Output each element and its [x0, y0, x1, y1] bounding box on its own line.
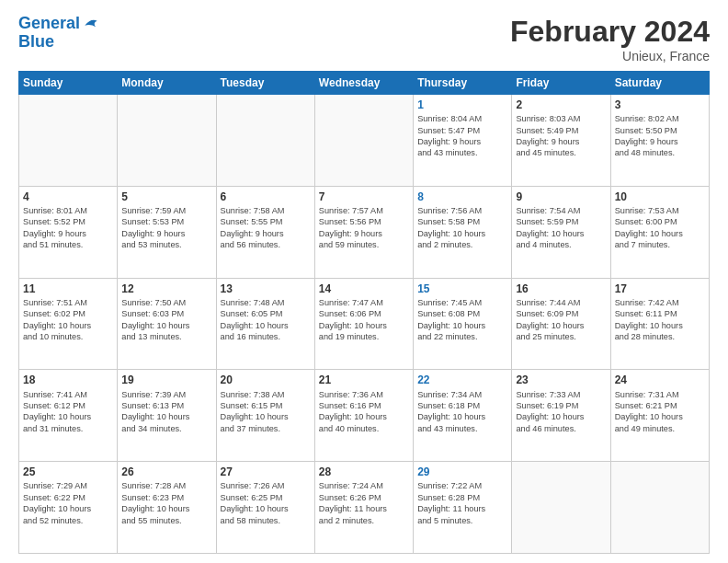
day-info: Sunrise: 7:24 AMSunset: 6:26 PMDaylight:… — [319, 480, 409, 526]
week-row-1: 4Sunrise: 8:01 AMSunset: 5:52 PMDaylight… — [19, 186, 710, 278]
day-number: 14 — [319, 282, 409, 296]
day-cell: 2Sunrise: 8:03 AMSunset: 5:49 PMDaylight… — [512, 95, 610, 187]
day-number: 23 — [516, 373, 606, 387]
day-cell: 22Sunrise: 7:34 AMSunset: 6:18 PMDayligh… — [414, 370, 512, 462]
day-cell: 11Sunrise: 7:51 AMSunset: 6:02 PMDayligh… — [19, 278, 118, 370]
day-cell: 6Sunrise: 7:58 AMSunset: 5:55 PMDaylight… — [216, 186, 314, 278]
day-cell: 19Sunrise: 7:39 AMSunset: 6:13 PMDayligh… — [118, 370, 216, 462]
day-number: 25 — [23, 465, 113, 479]
day-cell: 4Sunrise: 8:01 AMSunset: 5:52 PMDaylight… — [19, 186, 118, 278]
day-cell: 18Sunrise: 7:41 AMSunset: 6:12 PMDayligh… — [19, 370, 118, 462]
day-number: 29 — [417, 465, 507, 479]
weekday-header-row: SundayMondayTuesdayWednesdayThursdayFrid… — [19, 72, 710, 95]
day-cell: 27Sunrise: 7:26 AMSunset: 6:25 PMDayligh… — [216, 462, 314, 554]
weekday-header-saturday: Saturday — [610, 72, 709, 95]
day-info: Sunrise: 7:36 AMSunset: 6:16 PMDaylight:… — [319, 389, 409, 435]
day-cell: 14Sunrise: 7:47 AMSunset: 6:06 PMDayligh… — [314, 278, 413, 370]
day-cell: 26Sunrise: 7:28 AMSunset: 6:23 PMDayligh… — [118, 462, 216, 554]
day-info: Sunrise: 7:42 AMSunset: 6:11 PMDaylight:… — [615, 297, 705, 343]
calendar-page: General Blue February 2024 Unieux, Franc… — [0, 0, 728, 563]
day-cell: 24Sunrise: 7:31 AMSunset: 6:21 PMDayligh… — [610, 370, 709, 462]
day-number: 18 — [23, 373, 113, 387]
day-number: 24 — [615, 373, 705, 387]
logo-blue: Blue — [18, 33, 100, 52]
day-cell: 10Sunrise: 7:53 AMSunset: 6:00 PMDayligh… — [610, 186, 709, 278]
day-number: 12 — [121, 282, 211, 296]
day-cell: 16Sunrise: 7:44 AMSunset: 6:09 PMDayligh… — [512, 278, 610, 370]
day-info: Sunrise: 7:54 AMSunset: 5:59 PMDaylight:… — [516, 205, 606, 251]
day-number: 13 — [221, 282, 311, 296]
logo-icon — [82, 15, 100, 33]
title-block: February 2024 Unieux, France — [510, 15, 710, 63]
week-row-0: 1Sunrise: 8:04 AMSunset: 5:47 PMDaylight… — [19, 95, 710, 187]
weekday-header-sunday: Sunday — [19, 72, 118, 95]
day-info: Sunrise: 7:29 AMSunset: 6:22 PMDaylight:… — [23, 480, 113, 526]
location: Unieux, France — [510, 49, 710, 63]
day-number: 5 — [121, 190, 211, 204]
day-info: Sunrise: 7:38 AMSunset: 6:15 PMDaylight:… — [221, 389, 311, 435]
day-number: 2 — [516, 98, 606, 112]
day-info: Sunrise: 7:50 AMSunset: 6:03 PMDaylight:… — [121, 297, 211, 343]
weekday-header-friday: Friday — [512, 72, 610, 95]
day-info: Sunrise: 7:39 AMSunset: 6:13 PMDaylight:… — [121, 389, 211, 435]
day-info: Sunrise: 7:28 AMSunset: 6:23 PMDaylight:… — [121, 480, 211, 526]
day-number: 19 — [121, 373, 211, 387]
day-info: Sunrise: 7:57 AMSunset: 5:56 PMDaylight:… — [319, 205, 409, 251]
day-cell: 25Sunrise: 7:29 AMSunset: 6:22 PMDayligh… — [19, 462, 118, 554]
week-row-4: 25Sunrise: 7:29 AMSunset: 6:22 PMDayligh… — [19, 462, 710, 554]
day-cell — [118, 95, 216, 187]
day-info: Sunrise: 8:03 AMSunset: 5:49 PMDaylight:… — [516, 113, 606, 159]
day-cell: 28Sunrise: 7:24 AMSunset: 6:26 PMDayligh… — [314, 462, 413, 554]
day-cell: 23Sunrise: 7:33 AMSunset: 6:19 PMDayligh… — [512, 370, 610, 462]
day-cell: 8Sunrise: 7:56 AMSunset: 5:58 PMDaylight… — [414, 186, 512, 278]
day-info: Sunrise: 7:34 AMSunset: 6:18 PMDaylight:… — [417, 389, 507, 435]
day-cell: 3Sunrise: 8:02 AMSunset: 5:50 PMDaylight… — [610, 95, 709, 187]
day-cell — [216, 95, 314, 187]
day-number: 20 — [221, 373, 311, 387]
day-number: 15 — [417, 282, 507, 296]
day-number: 28 — [319, 465, 409, 479]
day-number: 7 — [319, 190, 409, 204]
day-cell — [610, 462, 709, 554]
day-number: 16 — [516, 282, 606, 296]
day-number: 11 — [23, 282, 113, 296]
day-cell: 20Sunrise: 7:38 AMSunset: 6:15 PMDayligh… — [216, 370, 314, 462]
logo-text: General — [18, 15, 80, 33]
day-number: 17 — [615, 282, 705, 296]
weekday-header-thursday: Thursday — [414, 72, 512, 95]
week-row-3: 18Sunrise: 7:41 AMSunset: 6:12 PMDayligh… — [19, 370, 710, 462]
header: General Blue February 2024 Unieux, Franc… — [18, 15, 710, 63]
day-cell: 15Sunrise: 7:45 AMSunset: 6:08 PMDayligh… — [414, 278, 512, 370]
day-number: 8 — [417, 190, 507, 204]
day-number: 3 — [615, 98, 705, 112]
day-cell: 1Sunrise: 8:04 AMSunset: 5:47 PMDaylight… — [414, 95, 512, 187]
day-cell — [314, 95, 413, 187]
week-row-2: 11Sunrise: 7:51 AMSunset: 6:02 PMDayligh… — [19, 278, 710, 370]
day-number: 26 — [121, 465, 211, 479]
day-info: Sunrise: 7:31 AMSunset: 6:21 PMDaylight:… — [615, 389, 705, 435]
day-number: 1 — [417, 98, 507, 112]
day-number: 22 — [417, 373, 507, 387]
day-info: Sunrise: 7:33 AMSunset: 6:19 PMDaylight:… — [516, 389, 606, 435]
day-info: Sunrise: 7:59 AMSunset: 5:53 PMDaylight:… — [121, 205, 211, 251]
day-number: 4 — [23, 190, 113, 204]
day-cell: 7Sunrise: 7:57 AMSunset: 5:56 PMDaylight… — [314, 186, 413, 278]
day-cell: 5Sunrise: 7:59 AMSunset: 5:53 PMDaylight… — [118, 186, 216, 278]
calendar-table: SundayMondayTuesdayWednesdayThursdayFrid… — [18, 71, 710, 554]
day-info: Sunrise: 7:45 AMSunset: 6:08 PMDaylight:… — [417, 297, 507, 343]
day-info: Sunrise: 7:44 AMSunset: 6:09 PMDaylight:… — [516, 297, 606, 343]
day-cell: 17Sunrise: 7:42 AMSunset: 6:11 PMDayligh… — [610, 278, 709, 370]
day-info: Sunrise: 7:58 AMSunset: 5:55 PMDaylight:… — [221, 205, 311, 251]
day-number: 21 — [319, 373, 409, 387]
weekday-header-wednesday: Wednesday — [314, 72, 413, 95]
day-info: Sunrise: 7:48 AMSunset: 6:05 PMDaylight:… — [221, 297, 311, 343]
day-number: 10 — [615, 190, 705, 204]
day-info: Sunrise: 7:51 AMSunset: 6:02 PMDaylight:… — [23, 297, 113, 343]
day-cell: 9Sunrise: 7:54 AMSunset: 5:59 PMDaylight… — [512, 186, 610, 278]
day-number: 6 — [221, 190, 311, 204]
day-info: Sunrise: 8:04 AMSunset: 5:47 PMDaylight:… — [417, 113, 507, 159]
day-info: Sunrise: 7:53 AMSunset: 6:00 PMDaylight:… — [615, 205, 705, 251]
day-cell — [19, 95, 118, 187]
day-info: Sunrise: 7:41 AMSunset: 6:12 PMDaylight:… — [23, 389, 113, 435]
month-year: February 2024 — [510, 15, 710, 49]
